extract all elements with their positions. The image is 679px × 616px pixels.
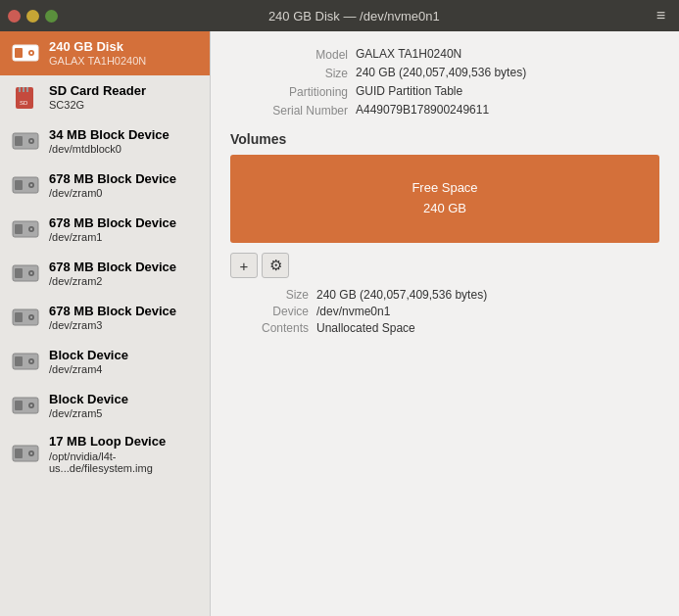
volume-free-space-size: 240 GB — [412, 199, 477, 219]
svg-point-24 — [30, 272, 32, 274]
svg-rect-10 — [15, 136, 23, 146]
sidebar-item-name: 240 GB Disk — [49, 39, 146, 56]
vol-contents-value: Unallocated Space — [316, 321, 659, 335]
app-body: 240 GB DiskGALAX TA1H0240N SD SD Card Re… — [0, 31, 679, 616]
sidebar-item-sub: /opt/nvidia/l4t-us...de/filesystem.img — [49, 450, 200, 474]
sidebar-item-block-zram5[interactable]: Block Device/dev/zram5 — [0, 384, 210, 428]
add-volume-button[interactable]: + — [230, 253, 258, 278]
window-controls — [8, 10, 58, 23]
model-value: GALAX TA1H0240N — [356, 47, 659, 62]
svg-point-28 — [30, 316, 32, 318]
sidebar-item-name: 17 MB Loop Device — [49, 434, 200, 450]
sidebar-item-sub: /dev/zram2 — [49, 275, 176, 287]
serial-value: A449079B178900249611 — [356, 103, 659, 118]
disk-icon — [10, 169, 41, 201]
volume-settings-button[interactable]: ⚙ — [262, 253, 289, 278]
model-label: Model — [230, 47, 348, 62]
svg-point-12 — [30, 140, 32, 142]
sidebar-item-sub: /dev/mtdblock0 — [49, 143, 170, 155]
sidebar-item-name: 678 MB Block Device — [49, 171, 176, 188]
disk-icon — [10, 438, 41, 469]
sidebar-item-name: 678 MB Block Device — [49, 215, 176, 232]
serial-label: Serial Number — [230, 103, 348, 118]
sidebar: 240 GB DiskGALAX TA1H0240N SD SD Card Re… — [0, 31, 211, 616]
volume-bar-label: Free Space 240 GB — [412, 178, 477, 219]
sidebar-item-678mb-zram2[interactable]: 678 MB Block Device/dev/zram2 — [0, 252, 210, 296]
svg-rect-7 — [26, 87, 28, 92]
menu-button[interactable]: ≡ — [651, 5, 671, 26]
sidebar-item-34mb[interactable]: 34 MB Block Device/dev/mtdblock0 — [0, 119, 210, 164]
disk-icon — [10, 302, 41, 333]
svg-rect-14 — [15, 180, 23, 190]
vol-size-value: 240 GB (240,057,409,536 bytes) — [316, 288, 659, 302]
svg-rect-6 — [23, 87, 24, 92]
size-label: Size — [230, 66, 348, 80]
close-button[interactable] — [8, 10, 21, 23]
disk-icon — [10, 37, 41, 69]
volumes-title: Volumes — [230, 131, 659, 147]
vol-size-label: Size — [230, 288, 309, 302]
svg-point-16 — [30, 184, 32, 186]
titlebar: 240 GB Disk — /dev/nvme0n1 ≡ — [0, 0, 679, 31]
svg-rect-26 — [15, 312, 23, 322]
disk-icon — [10, 125, 41, 157]
size-value: 240 GB (240,057,409,536 bytes) — [356, 66, 659, 80]
window-title: 240 GB Disk — /dev/nvme0n1 — [58, 9, 651, 24]
vol-contents-label: Contents — [230, 321, 309, 335]
svg-rect-1 — [15, 48, 23, 58]
partitioning-value: GUID Partition Table — [356, 84, 659, 99]
sidebar-item-sub: SC32G — [49, 99, 146, 111]
svg-rect-38 — [15, 449, 23, 458]
disk-icon — [10, 258, 41, 289]
maximize-button[interactable] — [45, 10, 58, 23]
sidebar-item-sub: /dev/zram0 — [49, 187, 176, 199]
sidebar-item-678mb-zram1[interactable]: 678 MB Block Device/dev/zram1 — [0, 208, 210, 252]
svg-rect-22 — [15, 268, 23, 278]
vol-device-value: /dev/nvme0n1 — [316, 305, 659, 318]
sidebar-item-sub: /dev/zram5 — [49, 407, 128, 419]
svg-point-32 — [30, 360, 32, 362]
svg-point-20 — [30, 228, 32, 230]
sidebar-item-sd-card[interactable]: SD SD Card ReaderSC32G — [0, 75, 210, 119]
disk-icon — [10, 213, 41, 245]
sidebar-item-240gb-disk[interactable]: 240 GB DiskGALAX TA1H0240N — [0, 31, 210, 75]
volume-toolbar: + ⚙ — [230, 253, 659, 278]
sidebar-item-name: Block Device — [49, 348, 128, 364]
sidebar-item-sub: /dev/zram3 — [49, 319, 176, 331]
sidebar-item-name: SD Card Reader — [49, 83, 146, 100]
svg-point-36 — [30, 404, 32, 406]
sidebar-item-678mb-zram0[interactable]: 678 MB Block Device/dev/zram0 — [0, 164, 210, 208]
svg-point-40 — [30, 452, 32, 454]
sidebar-item-sub: /dev/zram4 — [49, 363, 128, 375]
svg-text:SD: SD — [20, 100, 28, 106]
sidebar-item-17mb-loop[interactable]: 17 MB Loop Device/opt/nvidia/l4t-us...de… — [0, 428, 210, 481]
disk-icon: SD — [10, 81, 41, 113]
partitioning-label: Partitioning — [230, 84, 348, 99]
disk-icon — [10, 390, 41, 421]
main-content: Model GALAX TA1H0240N Size 240 GB (240,0… — [211, 31, 679, 616]
minimize-button[interactable] — [26, 10, 39, 23]
svg-rect-30 — [15, 356, 23, 366]
sidebar-item-sub: GALAX TA1H0240N — [49, 55, 146, 67]
disk-icon — [10, 346, 41, 377]
volume-info: Size 240 GB (240,057,409,536 bytes) Devi… — [230, 288, 659, 335]
sidebar-item-name: 678 MB Block Device — [49, 260, 176, 276]
svg-rect-34 — [15, 401, 23, 410]
sidebar-item-block-zram4[interactable]: Block Device/dev/zram4 — [0, 340, 210, 384]
volume-free-space-label: Free Space — [412, 178, 477, 199]
sidebar-item-name: 34 MB Block Device — [49, 127, 170, 144]
vol-device-label: Device — [230, 305, 309, 318]
svg-rect-5 — [19, 87, 21, 92]
volume-bar[interactable]: Free Space 240 GB — [230, 155, 659, 243]
device-info: Model GALAX TA1H0240N Size 240 GB (240,0… — [230, 47, 659, 118]
sidebar-item-sub: /dev/zram1 — [49, 231, 176, 243]
sidebar-item-name: 678 MB Block Device — [49, 304, 176, 320]
svg-point-3 — [30, 52, 32, 54]
sidebar-item-name: Block Device — [49, 392, 128, 408]
svg-rect-18 — [15, 224, 23, 234]
sidebar-item-678mb-zram3[interactable]: 678 MB Block Device/dev/zram3 — [0, 296, 210, 340]
